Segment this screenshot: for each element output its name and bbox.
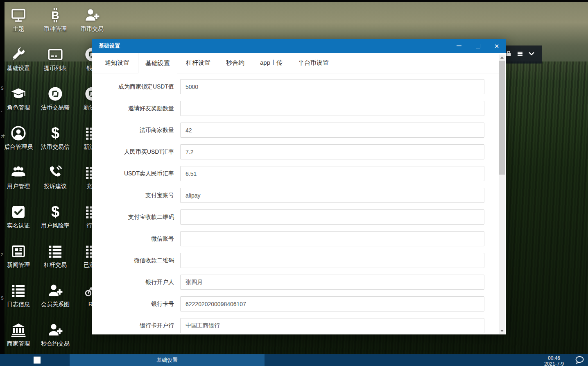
chevron-down-icon[interactable] [528,50,535,59]
clipped-text-fragment: S [1,296,4,300]
minimize-icon [457,45,461,46]
tab-4[interactable]: 秒合约 [219,53,251,73]
form-field-input[interactable] [180,296,484,311]
triangle-down-icon [500,330,504,332]
start-button[interactable] [27,354,47,366]
dialog-titlebar[interactable]: 基础设置 ✕ [92,39,506,53]
svg-text:$: $ [51,204,59,220]
form-field-row: 银行卡号 [92,296,506,311]
form-field-label: 支付宝收款二维码 [92,214,180,221]
desktop-shortcut[interactable]: $法币交易信 [37,121,74,159]
chat-bubble-icon[interactable] [574,356,585,365]
desktop-shortcut-label: 角色管理 [0,104,37,111]
form-field-row: 微信收款二维码 [92,253,506,268]
scrollbar-thumb[interactable] [499,61,505,175]
form-field-input[interactable] [180,188,484,203]
desktop-shortcut-label: 用户风险率 [37,222,74,230]
left-edge-strip: S-才2S [0,0,5,366]
desktop-shortcut-label: 提币列表 [37,65,74,72]
desktop-shortcut[interactable]: 会员关系图 [37,279,74,316]
form-field-input[interactable] [180,318,484,333]
windows-logo-icon [34,357,41,364]
form-field-label: 邀请好友奖励数量 [92,105,180,112]
form-field-input[interactable] [180,275,484,290]
desktop-shortcut[interactable]: 币币交易 [74,3,111,41]
desktop-shortcut[interactable]: 用户管理 [0,161,37,198]
svg-text:$: $ [51,125,59,141]
desktop-shortcut-label: 主题 [0,25,37,33]
desktop-shortcut[interactable]: $用户风险率 [37,200,74,238]
desktop-shortcut[interactable]: 主题 [0,3,37,41]
clipped-text-fragment: S [1,86,4,91]
tab-1[interactable]: 通知设置 [98,53,136,73]
taskbar-task-button[interactable]: 基础设置 [70,354,265,366]
clipped-text-fragment: 2 [1,252,3,257]
form-field-input[interactable] [180,144,484,159]
form-field-label: 银行开户人 [92,279,180,286]
form-field-label: 微信收款二维码 [92,257,180,264]
background-toolbar [503,45,542,64]
user-plus-icon [37,279,74,300]
desktop-shortcut[interactable]: B币种管理 [37,3,74,41]
desktop-shortcut-label: 后台管理员 [0,143,37,151]
form-field-input[interactable] [180,101,484,116]
form-field-label: 法币商家数量 [92,127,180,134]
desktop-shortcut[interactable]: 杠杆交易 [37,239,74,277]
menu-icon[interactable] [517,50,523,59]
minimize-button[interactable] [450,39,468,53]
user-plus-icon [37,318,74,339]
scroll-up-button[interactable] [499,55,505,61]
triangle-up-icon [500,57,504,59]
newspaper-icon [0,239,37,261]
form-field-input[interactable] [180,253,484,268]
scroll-down-button[interactable] [499,328,505,334]
tab-6[interactable]: 平台币设置 [291,53,336,73]
maximize-icon [476,44,480,48]
top-edge-bar [0,0,588,2]
user-plus-icon [74,3,111,25]
form-field-row: USDT卖人民币汇率 [92,166,506,181]
list-icon [0,279,37,300]
desktop-shortcut[interactable]: 基础设置 [0,43,37,80]
desktop-shortcut[interactable]: 角色管理 [0,82,37,120]
maximize-button[interactable] [468,39,487,53]
form-field-input[interactable] [180,209,484,225]
tab-5[interactable]: app上传 [253,53,289,73]
desktop-shortcut[interactable]: 日志信息 [0,279,37,316]
wrench-icon [0,43,37,64]
taskbar: 基础设置 00:46 2021-7-9 [0,354,588,366]
close-button[interactable]: ✕ [487,39,506,53]
form-field-input[interactable] [180,123,484,138]
tab-3[interactable]: 杠杆设置 [179,53,217,73]
form-field-label: 银行卡开户行 [92,322,180,330]
clipped-text-fragment: - [1,109,2,114]
list-icon [37,239,74,261]
exchange-circle-icon [37,82,74,103]
bank-icon [0,318,37,339]
desktop-shortcut[interactable]: 商家管理 [0,318,37,356]
form-field-row: 法币商家数量 [92,123,506,138]
desktop-shortcut-label: 商家管理 [0,340,37,348]
form-field-input[interactable] [180,79,484,94]
vertical-scrollbar[interactable] [499,55,505,334]
taskbar-clock[interactable]: 00:46 2021-7-9 [540,355,568,366]
dialog-title: 基础设置 [92,42,450,50]
desktop-shortcut[interactable]: 法币交易需 [37,82,74,120]
desktop-shortcut[interactable]: 提币列表 [37,43,74,80]
clock-date: 2021-7-9 [540,361,568,366]
form-field-input[interactable] [180,231,484,246]
desktop-shortcut[interactable]: 后台管理员 [0,121,37,159]
form-field-row: 邀请好友奖励数量 [92,101,506,116]
form-field-input[interactable] [180,166,484,181]
desktop-shortcut[interactable]: 投诉建议 [37,161,74,198]
desktop-shortcut-label: 法币交易信 [37,143,74,151]
clock-time: 00:46 [540,355,568,361]
desktop-shortcut-label: 实名认证 [0,222,37,230]
desktop-shortcut[interactable]: 实名认证 [0,200,37,238]
form-field-label: 微信账号 [92,235,180,243]
tab-2[interactable]: 基础设置 [138,53,177,73]
form-field-label: USDT卖人民币汇率 [92,170,180,177]
desktop-shortcut[interactable]: 新闻管理 [0,239,37,277]
lock-icon[interactable] [505,50,512,59]
desktop-shortcut[interactable]: 秒合约交易 [37,318,74,356]
